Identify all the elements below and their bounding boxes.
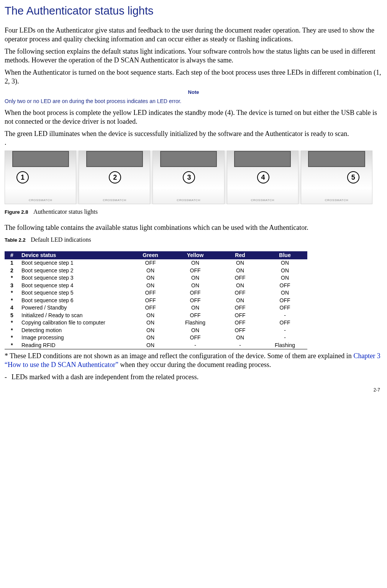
figure-number: Figure 2.8 [5, 209, 28, 215]
cell-yellow: OFF [173, 289, 218, 297]
cell-red: OFF [218, 327, 262, 334]
cell-green: ON [128, 274, 173, 282]
cell-green: ON [128, 282, 173, 290]
cell-blue: ON [262, 289, 307, 297]
footnote-suffix: when they occur during the document read… [118, 361, 271, 369]
dot: . [5, 139, 7, 146]
col-status: Device status [19, 251, 128, 260]
cell-status: Boot sequence step 2 [19, 267, 128, 275]
cell-green: ON [128, 267, 173, 275]
cell-red: OFF [218, 319, 262, 327]
table-row: 3Boot sequence step 4ONONONOFF [5, 282, 307, 290]
callout-number: 5 [347, 171, 359, 183]
dash-note: - LEDs marked with a dash are independen… [5, 373, 382, 382]
cell-status: Boot sequence step 4 [19, 282, 128, 290]
brand-label: CROSSMATCH [227, 198, 298, 202]
cell-yellow: Flashing [173, 319, 218, 327]
note-body: Only two or no LED are on during the boo… [5, 98, 382, 105]
table-row: 1Boot sequence step 1OFFONONON [5, 259, 307, 267]
cell-yellow: - [173, 342, 218, 349]
cell-blue: ON [262, 267, 307, 275]
paragraph: The following section explains the defau… [5, 47, 382, 64]
cell-red: ON [218, 334, 262, 342]
cell-index: * [5, 274, 19, 282]
device-image: CROSSMATCH 4 [227, 151, 298, 204]
cell-blue: - [262, 312, 307, 319]
col-green: Green [128, 251, 173, 260]
cell-status: Copying calibration file to computer [19, 319, 128, 327]
cell-blue: - [262, 327, 307, 334]
cell-index: 5 [5, 312, 19, 319]
cell-yellow: OFF [173, 312, 218, 319]
cell-index: * [5, 334, 19, 342]
cell-index: * [5, 297, 19, 305]
table-caption: Table 2.2 Default LED indications [5, 236, 382, 244]
cell-blue: ON [262, 274, 307, 282]
brand-label: CROSSMATCH [301, 198, 372, 202]
device-image: CROSSMATCH 3 [153, 151, 224, 204]
cell-red: ON [218, 297, 262, 305]
dash-symbol: - [5, 373, 11, 382]
footnote-prefix: * These LED conditions are not shown as … [5, 352, 353, 360]
cell-status: Image processing [19, 334, 128, 342]
cell-yellow: ON [173, 282, 218, 290]
cell-status: Boot sequence step 1 [19, 259, 128, 267]
callout-number: 3 [183, 171, 195, 183]
table-row: *Copying calibration file to computerONF… [5, 319, 307, 327]
table-row: *Boot sequence step 6OFFOFFONOFF [5, 297, 307, 305]
cell-status: Detecting motion [19, 327, 128, 334]
figure-caption: Figure 2.8 Authenticator status lights [5, 208, 382, 216]
cell-status: Powered / Standby [19, 304, 128, 312]
table-number: Table 2.2 [5, 237, 26, 243]
cell-blue: - [262, 334, 307, 342]
cell-green: OFF [128, 304, 173, 312]
figure-description: Authenticator status lights [33, 208, 98, 215]
brand-label: CROSSMATCH [79, 198, 150, 202]
note-label: Note [5, 89, 382, 95]
cell-blue: Flashing [262, 342, 307, 349]
device-image: CROSSMATCH 5 [301, 151, 372, 204]
col-red: Red [218, 251, 262, 260]
cell-blue: OFF [262, 297, 307, 305]
led-table: # Device status Green Yellow Red Blue 1B… [5, 251, 307, 350]
table-row: 4Powered / StandbyOFFONOFFOFF [5, 304, 307, 312]
cell-index: 2 [5, 267, 19, 275]
device-image: CROSSMATCH 1 [5, 151, 76, 204]
page-title: The Authenticator status lights [5, 4, 382, 18]
cell-green: OFF [128, 289, 173, 297]
callout-number: 1 [16, 171, 29, 183]
cell-blue: OFF [262, 319, 307, 327]
figure-led-states: CROSSMATCH 1 CROSSMATCH 2 CROSSMATCH 3 C… [5, 151, 372, 204]
paragraph: When the Authenticator is turned on the … [5, 68, 382, 85]
table-row: 2Boot sequence step 2ONOFFONON [5, 267, 307, 275]
cell-yellow: OFF [173, 267, 218, 275]
table-row: 5Initialized / Ready to scanONOFFOFF- [5, 312, 307, 319]
cell-index: 4 [5, 304, 19, 312]
cell-green: ON [128, 342, 173, 349]
paragraph: The green LED illuminates when the devic… [5, 129, 382, 147]
brand-label: CROSSMATCH [5, 198, 76, 202]
cell-red: ON [218, 282, 262, 290]
table-row: *Boot sequence step 5OFFOFFOFFON [5, 289, 307, 297]
paragraph: Four LEDs on the Authenticator give stat… [5, 26, 382, 43]
col-blue: Blue [262, 251, 307, 260]
cell-status: Initialized / Ready to scan [19, 312, 128, 319]
cell-yellow: ON [173, 259, 218, 267]
cell-green: ON [128, 334, 173, 342]
cell-blue: OFF [262, 304, 307, 312]
callout-number: 2 [109, 171, 121, 183]
cell-yellow: ON [173, 327, 218, 334]
table-row: *Image processingONOFFON- [5, 334, 307, 342]
col-yellow: Yellow [173, 251, 218, 260]
table-row: *Detecting motionONONOFF- [5, 327, 307, 334]
table-row: *Boot sequence step 3ONONOFFON [5, 274, 307, 282]
cell-index: 3 [5, 282, 19, 290]
brand-label: CROSSMATCH [153, 198, 224, 202]
cell-green: ON [128, 327, 173, 334]
cell-index: * [5, 342, 19, 349]
cell-red: OFF [218, 304, 262, 312]
table-row: *Reading RFIDON--Flashing [5, 342, 307, 349]
paragraph-text: The green LED illuminates when the devic… [5, 130, 349, 138]
callout-number: 4 [257, 171, 269, 183]
table-description: Default LED indications [31, 236, 91, 243]
